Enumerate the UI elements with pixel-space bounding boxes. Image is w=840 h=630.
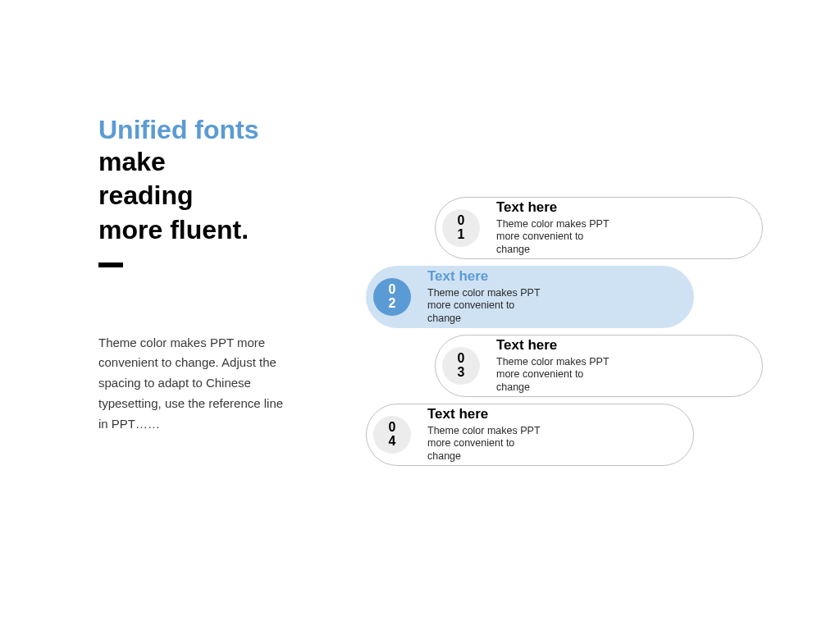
title-underline <box>98 262 123 267</box>
list-item: 0 3 Text here Theme color makes PPT more… <box>435 335 763 397</box>
title-accent: Unified fonts <box>98 115 328 145</box>
item-desc: Theme color makes PPT more convenient to… <box>496 356 619 395</box>
item-number-badge: 0 2 <box>373 278 411 316</box>
badge-digit-bottom: 2 <box>389 297 396 311</box>
item-text: Text here Theme color makes PPT more con… <box>496 199 636 256</box>
list-item: 0 4 Text here Theme color makes PPT more… <box>366 404 694 466</box>
item-text: Text here Theme color makes PPT more con… <box>496 337 636 394</box>
title-line-2: reading <box>98 179 328 213</box>
item-desc: Theme color makes PPT more convenient to… <box>427 287 550 326</box>
badge-digit-top: 0 <box>458 214 465 228</box>
item-title: Text here <box>496 199 619 216</box>
item-text: Text here Theme color makes PPT more con… <box>427 268 567 325</box>
title-line-1: make <box>98 145 328 180</box>
item-desc: Theme color makes PPT more convenient to… <box>427 425 550 463</box>
badge-digit-top: 0 <box>458 352 465 366</box>
item-title: Text here <box>496 337 619 354</box>
item-desc: Theme color makes PPT more convenient to… <box>496 218 619 257</box>
badge-digit-bottom: 1 <box>458 228 465 242</box>
item-title: Text here <box>427 406 550 422</box>
item-text: Text here Theme color makes PPT more con… <box>427 406 567 463</box>
badge-digit-top: 0 <box>389 421 396 435</box>
list-item: 0 2 Text here Theme color makes PPT more… <box>366 266 694 328</box>
badge-digit-bottom: 3 <box>458 366 465 380</box>
intro-paragraph: Theme color makes PPT more convenient to… <box>98 333 287 435</box>
badge-digit-top: 0 <box>389 283 396 297</box>
item-number-badge: 0 3 <box>442 347 480 385</box>
badge-digit-bottom: 4 <box>389 435 396 449</box>
item-title: Text here <box>427 268 550 285</box>
left-column: Unified fonts make reading more fluent. … <box>98 115 328 434</box>
list-item: 0 1 Text here Theme color makes PPT more… <box>435 197 763 259</box>
item-number-badge: 0 4 <box>373 416 411 454</box>
title-line-3: more fluent. <box>98 213 328 248</box>
item-number-badge: 0 1 <box>442 209 480 247</box>
